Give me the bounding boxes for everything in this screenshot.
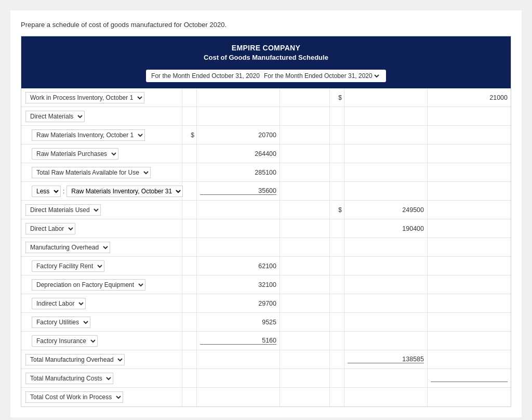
input1-dep — [197, 275, 280, 294]
value-tcwip[interactable] — [431, 393, 508, 401]
dropdown-direct-labor[interactable]: Direct Labor — [25, 223, 75, 234]
dropdown-wip-oct1[interactable]: Work in Process Inventory, October 1 — [25, 92, 144, 103]
value-wip-oct1[interactable] — [431, 94, 508, 101]
spacer-dm5 — [344, 107, 428, 125]
dropdown-total-mfg-overhead[interactable]: Total Manufacturing Overhead — [25, 354, 125, 365]
value-dm-used[interactable] — [348, 206, 424, 214]
dropdown-mfg-overhead[interactable]: Manufacturing Overhead — [25, 242, 110, 253]
label-direct-labor: Direct Labor — [21, 219, 182, 238]
input2-raw-purch — [344, 145, 428, 163]
input2-rent — [344, 257, 428, 275]
dropdown-total-raw[interactable]: Total Raw Materials Available for Use — [32, 167, 151, 178]
dollar1-wip-oct1 — [182, 88, 197, 107]
input3-fu — [428, 313, 511, 331]
dollar2-raw-purch — [330, 145, 344, 163]
dropdown-total-cost-wip[interactable]: Total Cost of Work in Process — [25, 391, 123, 403]
value-raw-oct1[interactable] — [200, 132, 276, 139]
dollar1-tmc — [182, 369, 197, 387]
dropdown-raw-oct31[interactable]: Raw Materials Inventory, October 31 — [66, 186, 183, 197]
schedule-header: EMPIRE COMPANY Cost of Goods Manufacture… — [21, 36, 511, 88]
input1-raw-oct1 — [197, 126, 280, 144]
spacer-dm-used — [280, 201, 330, 219]
input3-raw-oct1 — [428, 126, 511, 144]
value-tmc[interactable] — [431, 374, 508, 382]
value-dep[interactable] — [200, 281, 276, 288]
value-dl[interactable] — [348, 225, 424, 232]
instruction-text: Prepare a schedule of cost of goods manu… — [21, 21, 511, 29]
label-factory-rent: Factory Facility Rent — [21, 257, 182, 275]
input2-fi — [344, 332, 428, 350]
row-indirect-labor: Indirect Labor — [21, 294, 511, 313]
input2-il — [344, 294, 428, 312]
dropdown-raw-mat-oct1[interactable]: Raw Materials Inventory, October 1 — [32, 129, 145, 141]
spacer-raw-purch — [280, 145, 330, 163]
label-indirect-labor: Indirect Labor — [21, 294, 182, 312]
row-total-mfg-overhead: Total Manufacturing Overhead — [21, 350, 511, 369]
value-fi[interactable] — [200, 337, 276, 345]
row-wip-oct1: Work in Process Inventory, October 1 $ — [21, 88, 511, 107]
dropdown-factory-rent[interactable]: Factory Facility Rent — [32, 260, 104, 272]
dropdown-raw-purchases[interactable]: Raw Materials Purchases — [32, 148, 118, 160]
input3-tmo — [428, 350, 511, 369]
spacer-tmc — [280, 369, 330, 387]
value-tmo[interactable] — [348, 356, 424, 363]
label-total-mfg-costs: Total Manufacturing Costs — [21, 369, 182, 387]
period-selector[interactable]: For the Month Ended October 31, 2020 For… — [146, 70, 386, 82]
value-rent[interactable] — [200, 262, 276, 270]
dropdown-indirect-labor[interactable]: Indirect Labor — [32, 298, 86, 309]
dollar1-moh — [182, 238, 197, 256]
row-direct-labor: Direct Labor — [21, 219, 511, 238]
label-less-raw-oct31: Less : Raw Materials Inventory, October … — [21, 182, 182, 200]
value-raw-purch[interactable] — [200, 150, 276, 158]
value-less-raw[interactable] — [200, 187, 276, 195]
label-raw-mat-oct1: Raw Materials Inventory, October 1 — [21, 126, 182, 144]
input1-dl — [197, 219, 280, 238]
dollar2-less-raw — [330, 182, 344, 200]
dollar1-tcwip — [182, 388, 197, 406]
label-direct-materials: Direct Materials — [21, 107, 182, 125]
input2-tmo — [344, 350, 428, 369]
dropdown-depreciation[interactable]: Depreciation on Factory Equipment — [32, 279, 145, 291]
label-raw-purchases: Raw Materials Purchases — [21, 145, 182, 163]
spacer-dm6 — [428, 107, 511, 125]
period-dropdown[interactable]: For the Month Ended October 31, 2020 — [262, 72, 381, 80]
input3-dep — [428, 275, 511, 294]
input3-dl — [428, 219, 511, 238]
dollar1-rent — [182, 257, 197, 275]
label-dm-used: Direct Materials Used — [21, 201, 182, 219]
dropdown-total-mfg-costs[interactable]: Total Manufacturing Costs — [25, 373, 113, 384]
row-direct-materials-used: Direct Materials Used $ — [21, 201, 511, 219]
input1-moh — [197, 238, 280, 256]
dollar2-wip-oct1: $ — [330, 88, 344, 107]
spacer-dl — [280, 219, 330, 238]
spacer-fu — [280, 313, 330, 331]
dropdown-direct-materials[interactable]: Direct Materials — [25, 111, 85, 122]
label-factory-utilities: Factory Utilities — [21, 313, 182, 331]
row-direct-materials: Direct Materials — [21, 107, 511, 126]
dropdown-less[interactable]: Less — [32, 186, 61, 197]
input2-moh — [344, 238, 428, 256]
spacer-dm3 — [280, 107, 330, 125]
input3-raw-purch — [428, 145, 511, 163]
label-factory-insurance: Factory Insurance — [21, 332, 182, 350]
row-factory-insurance: Factory Insurance — [21, 332, 511, 350]
input2-total-raw — [344, 163, 428, 181]
value-total-raw[interactable] — [200, 169, 276, 176]
colon-separator: : — [63, 188, 64, 195]
value-il[interactable] — [200, 300, 276, 307]
label-wip-oct1: Work in Process Inventory, October 1 — [21, 88, 182, 107]
dropdown-dm-used[interactable]: Direct Materials Used — [25, 204, 101, 216]
dropdown-factory-utilities[interactable]: Factory Utilities — [32, 317, 90, 328]
dollar2-raw-oct1 — [330, 126, 344, 144]
input1-tcwip — [197, 388, 280, 406]
input3-il — [428, 294, 511, 312]
input3-fi — [428, 332, 511, 350]
spacer-wip-oct1 — [280, 88, 330, 107]
dropdown-factory-insurance[interactable]: Factory Insurance — [32, 335, 98, 347]
input2-less-raw — [344, 182, 428, 200]
dollar2-tmo — [330, 350, 344, 369]
spacer-il — [280, 294, 330, 312]
spacer-rent — [280, 257, 330, 275]
input1-wip-oct1 — [197, 88, 280, 107]
value-fu[interactable] — [200, 319, 276, 326]
